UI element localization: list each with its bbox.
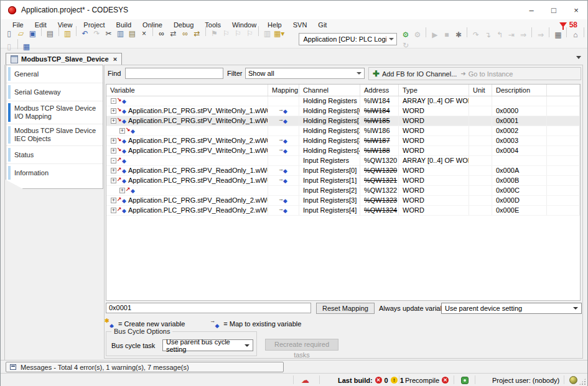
expander-icon[interactable]: + <box>111 148 116 154</box>
delete-icon[interactable]: × <box>139 29 149 39</box>
simulation-icon[interactable]: ▦ <box>553 30 563 40</box>
selected-value-field[interactable]: 0x0001 <box>106 303 311 313</box>
filler-cell <box>547 146 580 155</box>
expander-icon[interactable]: + <box>111 178 116 183</box>
breakpoints-dialog-icon[interactable]: ✱ <box>453 30 464 40</box>
expander-icon[interactable]: + <box>111 208 116 213</box>
paste-icon[interactable]: ▤ <box>127 29 138 39</box>
tab-close-icon[interactable]: × <box>113 55 117 63</box>
expander-icon[interactable]: - <box>111 98 116 104</box>
description-cell: 0x0004 <box>492 146 547 155</box>
project-user[interactable]: Project user: (nobody) <box>492 374 559 386</box>
variable-name: Application.PLC_PRG.stPV_ReadOnly_2.wWOR… <box>128 206 268 215</box>
resize-grip[interactable] <box>579 378 586 385</box>
open-file-icon[interactable]: ▱ <box>16 29 26 39</box>
sidebar-item-serial-gateway[interactable]: Serial Gateway <box>6 83 103 101</box>
create-new-variable-icon: ✱◆ <box>106 320 114 328</box>
tab-modbustcp-slave-device[interactable]: ModbusTCP_Slave_Device × <box>6 53 122 65</box>
messages-panel-tab[interactable]: Messages - Total 4 error(s), 1 warning(s… <box>6 362 284 372</box>
address-cell: %QW1322 <box>360 186 399 195</box>
table-row[interactable]: + ↗◆ →◆ Input Registers[2] %QW1322 WORD … <box>106 186 580 196</box>
error-count: 0 <box>385 377 388 384</box>
sidebar-item-modbus-tcp-slave-device-iec-objects[interactable]: Modbus TCP Slave Device IEC Objects <box>6 124 103 145</box>
sidebar-item-general[interactable]: General <box>6 65 103 83</box>
start-icon: ▶ <box>429 30 440 40</box>
maximize-button[interactable]: □ <box>543 1 565 19</box>
build-icon[interactable]: ▦ <box>21 42 32 52</box>
filter-combo[interactable]: Show all <box>245 68 365 79</box>
new-file-icon[interactable]: ▯ <box>4 29 14 39</box>
find-objects-icon[interactable]: ∞ <box>180 29 190 39</box>
table-row[interactable]: + ↗◆ Application.PLC_PRG.stPV_ReadOnly_1… <box>106 176 580 186</box>
tab-list-dropdown-icon[interactable] <box>576 56 581 59</box>
sidebar-item-information[interactable]: Information <box>6 163 103 182</box>
save-icon[interactable]: ▣ <box>27 29 38 39</box>
column-header-description[interactable]: Description <box>492 85 547 96</box>
toolbar-separator <box>566 27 567 37</box>
table-row[interactable]: + ↘◆ Application.PLC_PRG.stPV_WriteOnly_… <box>106 136 580 146</box>
copy-project-icon[interactable]: ▥ <box>62 29 73 39</box>
table-row[interactable]: + ↘◆ Application.PLC_PRG.stPV_WriteOnly_… <box>106 116 580 126</box>
find-icon[interactable]: ∞ <box>156 29 167 39</box>
variable-cell: + ↗◆ <box>106 186 268 195</box>
unit-cell <box>469 136 492 145</box>
minimize-button[interactable]: – <box>520 1 543 19</box>
column-header-variable[interactable]: Variable <box>106 85 268 96</box>
column-header-address[interactable]: Address <box>360 85 399 96</box>
codesys-store-icon[interactable]: ⌂ <box>570 30 581 40</box>
expander-icon[interactable]: + <box>119 128 125 134</box>
mapping-cell: →◆ <box>268 136 299 145</box>
table-row[interactable]: + ↘◆ Application.PLC_PRG.stPV_WriteOnly_… <box>106 106 580 116</box>
column-header-type[interactable]: Type <box>399 85 469 96</box>
table-row[interactable]: + ↗◆ Application.PLC_PRG.stPV_ReadOnly_2… <box>106 206 580 216</box>
cloud-icon: ☁ <box>301 375 309 385</box>
variable-icon: ↗◆ <box>118 197 126 204</box>
column-header-channel[interactable]: Channel <box>299 85 360 96</box>
legend-text: = Map to existing variable <box>223 320 301 328</box>
menu-git[interactable]: Git <box>312 21 332 29</box>
sidebar-item-modbus-tcp-slave-device-i-o-mapping[interactable]: Modbus TCP Slave Device I/O Mapping <box>6 101 103 124</box>
copy-icon[interactable]: ▥ <box>115 29 126 39</box>
column-header-unit[interactable]: Unit <box>469 85 492 96</box>
find-input[interactable] <box>125 68 223 79</box>
statusbar-separator <box>564 375 564 384</box>
column-header-mapping[interactable]: Mapping <box>268 85 299 96</box>
add-fb-button[interactable]: ✚ Add FB for IO Channel... <box>373 70 457 78</box>
language-status[interactable] <box>569 374 577 386</box>
toolbar-separator <box>531 27 532 37</box>
table-row[interactable]: - ↗◆ →◆ Input Registers %QW1320 ARRAY [0… <box>106 156 580 166</box>
expander-icon[interactable]: + <box>111 108 116 114</box>
bus-cycle-task-combo[interactable]: Use parent bus cycle setting <box>162 339 253 351</box>
login-icon[interactable]: ⚙ <box>400 30 411 40</box>
filler-cell <box>547 116 580 126</box>
expander-icon[interactable]: + <box>119 188 125 193</box>
sidebar-item-status[interactable]: Status <box>6 145 103 163</box>
variable-name: Application.PLC_PRG.stPV_ReadOnly_2.wWOR… <box>128 196 268 205</box>
table-row[interactable]: + ↗◆ Application.PLC_PRG.stPV_ReadOnly_1… <box>106 166 580 176</box>
sidebar-item-accent <box>8 126 11 144</box>
cut-icon[interactable]: ✂ <box>103 29 114 39</box>
cloud-status[interactable]: ☁ <box>301 374 309 386</box>
tree-indent <box>109 190 118 191</box>
undo-icon[interactable]: ↶ <box>80 29 90 39</box>
replace-icon[interactable]: ⇄ <box>168 29 179 39</box>
expander-icon[interactable]: + <box>111 168 116 173</box>
active-application-combo[interactable]: Application [CPU: PLC Logic] <box>299 33 397 45</box>
close-button[interactable]: × <box>565 1 587 19</box>
expander-icon[interactable]: - <box>111 158 116 163</box>
reset-mapping-button[interactable]: Reset Mapping <box>316 303 375 314</box>
expander-icon[interactable]: + <box>111 118 116 124</box>
insert-device-icon[interactable]: ▦▾ <box>274 29 284 39</box>
toolbar-separator <box>41 26 42 36</box>
table-row[interactable]: - ↘◆ →◆ Holding Registers %IW184 ARRAY [… <box>106 96 580 106</box>
variable-icon: ↘◆ <box>118 137 126 145</box>
table-row[interactable]: + ↗◆ Application.PLC_PRG.stPV_ReadOnly_2… <box>106 196 580 206</box>
expander-icon[interactable]: + <box>111 198 116 203</box>
always-update-combo[interactable]: Use parent device setting <box>441 303 582 314</box>
table-row[interactable]: + ↘◆ →◆ Holding Registers[2] %IW186 WORD… <box>106 126 580 136</box>
replace-objects-icon[interactable]: ⇄ <box>192 29 202 39</box>
expander-icon[interactable]: + <box>111 138 116 144</box>
print-icon[interactable]: ▤ <box>45 29 55 39</box>
panel-splitter[interactable] <box>4 65 5 360</box>
table-row[interactable]: + ↘◆ Application.PLC_PRG.stPV_WriteOnly_… <box>106 146 580 156</box>
